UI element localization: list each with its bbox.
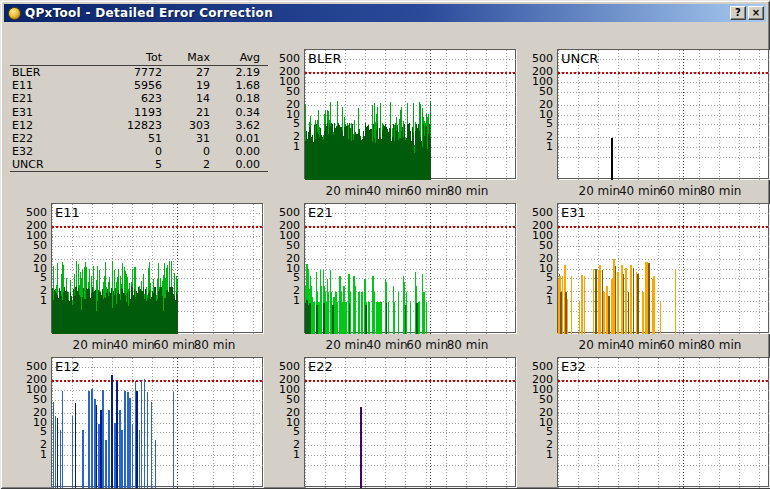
y-tick-label: 1 [16,449,47,460]
help-button[interactable]: ? [730,6,746,20]
stat-tot: 1193 [90,106,162,119]
stat-tot: 7772 [90,66,162,79]
chart-e32: 500200100502010521E3220 min40 min60 min8… [522,356,770,489]
error-stats-table: TotMaxAvgBLER7772272.19E115956191.68E216… [10,50,268,172]
x-tick-label: 80 min [444,184,492,198]
stat-label: E21 [10,92,90,105]
y-tick-label: 1 [269,141,300,152]
stats-header-row: TotMaxAvg [10,50,268,66]
plot-area [557,357,769,487]
chart-e12: 500200100502010521E1220 min40 min60 min8… [16,356,266,489]
chart-canvas [305,204,517,334]
stat-avg: 0.18 [210,92,262,105]
chart-e22: 500200100502010521E2220 min40 min60 min8… [269,356,519,489]
x-tick-label: 80 min [697,184,745,198]
stat-avg: 1.68 [210,79,262,92]
stat-label: E31 [10,106,90,119]
stat-avg: 0.01 [210,132,262,145]
stat-max: 2 [162,158,210,171]
stat-avg: 0.34 [210,106,262,119]
stat-label: E12 [10,119,90,132]
chart-title: UNCR [561,51,598,66]
y-tick-label: 5 [522,272,553,283]
stat-max: 303 [162,119,210,132]
y-tick-label: 50 [522,86,553,97]
stats-header: Avg [210,51,262,64]
y-tick-label: 50 [16,394,47,405]
stat-tot: 5 [90,158,162,171]
chart-title: E12 [55,359,80,374]
chart-canvas [305,358,517,488]
y-tick-label: 1 [269,449,300,460]
y-tick-label: 5 [16,426,47,437]
y-tick-label: 500 [269,361,300,372]
y-tick-label: 1 [522,141,553,152]
app-window: QPxTool - Detailed Error Correction ? × … [0,0,770,489]
plot-area [557,49,769,179]
chart-uncr: 500200100502010521UNCR20 min40 min60 min… [522,48,770,200]
stats-row-e21: E21623140.18 [10,92,268,105]
window-title: QPxTool - Detailed Error Correction [25,6,728,20]
stat-avg: 0.00 [210,145,262,158]
y-tick-label: 500 [269,53,300,64]
stat-max: 21 [162,106,210,119]
y-tick-label: 50 [269,240,300,251]
close-button[interactable]: × [748,6,764,20]
stat-avg: 0.00 [210,158,262,171]
stats-row-e11: E115956191.68 [10,79,268,92]
chart-bler: 500200100502010521BLER20 min40 min60 min… [269,48,519,200]
stat-tot: 0 [90,145,162,158]
stat-avg: 3.62 [210,119,262,132]
x-tick-label: 80 min [697,338,745,352]
y-tick-label: 500 [269,207,300,218]
stat-max: 31 [162,132,210,145]
chart-title: E32 [561,359,586,374]
y-tick-label: 50 [269,394,300,405]
stats-header: Tot [90,51,162,64]
stat-max: 0 [162,145,210,158]
chart-e11: 500200100502010521E1120 min40 min60 min8… [16,202,266,354]
x-tick-label: 80 min [444,338,492,352]
y-tick-label: 1 [16,295,47,306]
stats-row-e32: E32000.00 [10,145,268,158]
stat-label: UNCR [10,158,90,171]
y-tick-label: 1 [269,295,300,306]
y-tick-label: 500 [522,361,553,372]
stats-row-e31: E311193210.34 [10,106,268,119]
y-tick-label: 1 [522,449,553,460]
stats-row-uncr: UNCR520.00 [10,158,268,171]
y-tick-label: 50 [269,86,300,97]
chart-canvas [558,50,770,180]
plot-area [304,49,516,179]
stats-header: Max [162,51,210,64]
chart-canvas [52,204,264,334]
stat-label: E22 [10,132,90,145]
app-icon [8,7,21,20]
chart-title: E31 [561,205,586,220]
content-area: TotMaxAvgBLER7772272.19E115956191.68E216… [4,22,766,485]
stat-label: E32 [10,145,90,158]
y-tick-label: 5 [269,426,300,437]
chart-title: BLER [308,51,341,66]
plot-area [557,203,769,333]
stat-tot: 12823 [90,119,162,132]
stat-max: 27 [162,66,210,79]
chart-title: E21 [308,205,333,220]
chart-e21: 500200100502010521E2120 min40 min60 min8… [269,202,519,354]
y-tick-label: 5 [522,426,553,437]
chart-canvas [558,204,770,334]
y-tick-label: 50 [16,240,47,251]
stats-row-e12: E12128233033.62 [10,119,268,132]
y-tick-label: 5 [269,118,300,129]
chart-e31: 500200100502010521E3120 min40 min60 min8… [522,202,770,354]
chart-title: E22 [308,359,333,374]
chart-canvas [558,358,770,488]
title-bar[interactable]: QPxTool - Detailed Error Correction ? × [4,4,766,22]
stat-avg: 2.19 [210,66,262,79]
stat-tot: 5956 [90,79,162,92]
plot-area [304,357,516,487]
plot-area [51,357,263,487]
stat-label: BLER [10,66,90,79]
y-tick-label: 5 [522,118,553,129]
chart-canvas [305,50,517,180]
